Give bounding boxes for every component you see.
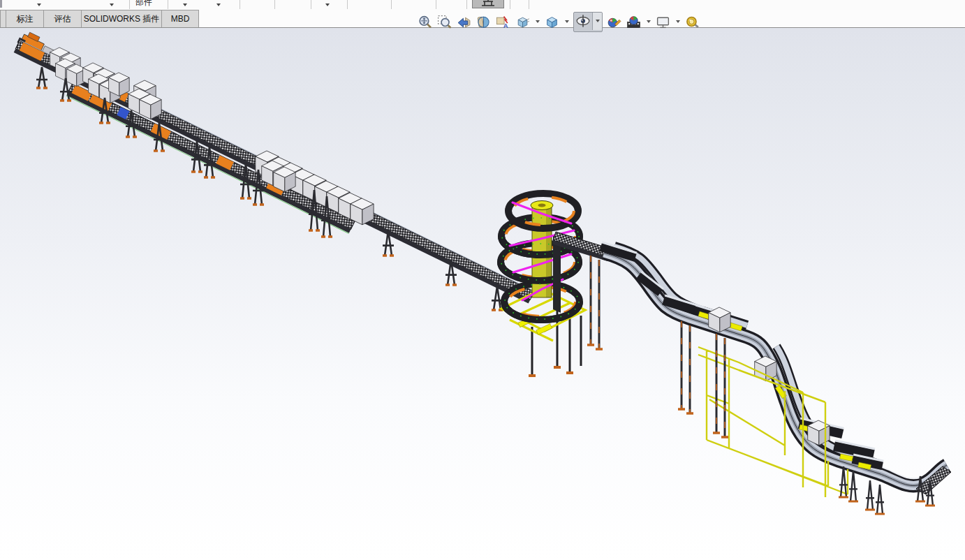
dropdown-arrow-icon[interactable] (37, 3, 41, 6)
svg-text:A: A (503, 21, 508, 29)
view-settings-dropdown[interactable] (675, 14, 681, 30)
assembly-model[interactable] (0, 28, 965, 560)
tab-solidworks-addins[interactable]: SOLIDWORKS 插件 (81, 10, 162, 27)
tab-mbd[interactable]: MBD (161, 10, 199, 27)
headsup-view-toolbar: A (417, 12, 700, 31)
cutoff-icon (0, 0, 2, 8)
hide-show-items-icon[interactable] (574, 13, 592, 30)
model-spiral-elevator[interactable] (501, 193, 610, 376)
view-orientation-dropdown[interactable] (534, 14, 540, 30)
display-style-dropdown[interactable] (563, 14, 570, 30)
dynamic-annotation-views-icon[interactable]: A (495, 14, 511, 30)
command-group-label: 部件 (135, 0, 152, 9)
apply-scene-dropdown[interactable] (645, 14, 651, 30)
zoom-to-area-icon[interactable] (436, 14, 452, 30)
view-settings-icon[interactable] (655, 14, 671, 30)
display-style-icon[interactable] (544, 14, 560, 30)
view-orientation-icon[interactable] (515, 14, 531, 30)
graphics-area[interactable] (0, 28, 965, 560)
dropdown-arrow-icon[interactable] (325, 3, 330, 6)
dropdown-arrow-icon[interactable] (183, 3, 187, 6)
tab-evaluate[interactable]: 评估 (43, 10, 82, 27)
section-view-icon[interactable] (476, 14, 492, 30)
hide-show-items-group (573, 12, 603, 32)
dropdown-arrow-icon[interactable] (216, 3, 221, 6)
hide-show-items-dropdown[interactable] (592, 13, 602, 30)
previous-view-icon[interactable] (456, 14, 472, 30)
dropdown-arrow-icon[interactable] (110, 3, 114, 6)
zoom-to-fit-icon[interactable] (417, 14, 433, 30)
edit-appearance-icon[interactable] (606, 14, 622, 30)
magnifier-icon[interactable] (684, 14, 700, 30)
command-strip: 部件 (0, 0, 965, 10)
model-exit-conveyor[interactable] (599, 242, 951, 494)
model-main-conveyor[interactable] (6, 29, 540, 318)
tab-annotate[interactable]: 标注 (6, 10, 44, 27)
active-tool-button[interactable] (472, 0, 504, 8)
apply-scene-icon[interactable] (626, 14, 642, 30)
